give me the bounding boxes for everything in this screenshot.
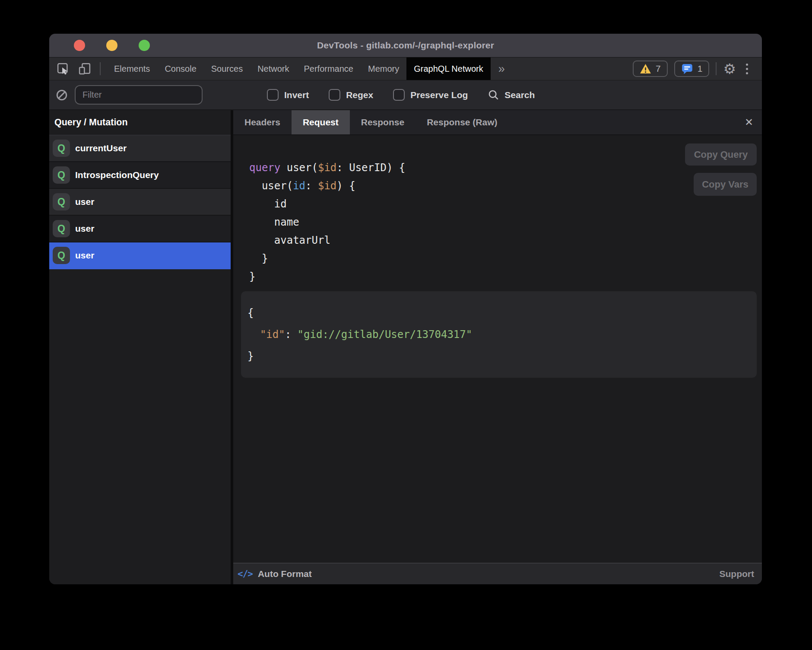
inspect-element-icon[interactable] xyxy=(57,62,70,75)
panel-tab-response[interactable]: Response xyxy=(350,110,416,134)
request-list: QcurrentUserQIntrospectionQueryQuserQuse… xyxy=(49,135,231,269)
graphql-query-code: query user($id: UserID) { user(id: $id) … xyxy=(249,159,405,286)
code-token: name xyxy=(249,216,299,228)
fullscreen-window-button[interactable] xyxy=(139,40,150,51)
more-tabs-button[interactable]: » xyxy=(491,57,513,80)
checkbox-regex[interactable]: Regex xyxy=(329,89,373,101)
query-type-badge: Q xyxy=(53,166,70,184)
code-token: user( xyxy=(287,162,318,174)
request-list-item-user[interactable]: Quser xyxy=(49,189,231,216)
search-label: Search xyxy=(504,90,535,100)
main-tab-performance[interactable]: Performance xyxy=(297,57,361,80)
code-token: id xyxy=(249,198,287,210)
code-token: } xyxy=(249,271,255,283)
code-line: avatarUrl xyxy=(249,231,405,249)
message-icon xyxy=(681,63,693,75)
traffic-lights xyxy=(74,34,150,57)
sidebar-header: Query / Mutation xyxy=(49,110,231,135)
code-token: query xyxy=(249,162,287,174)
request-name: user xyxy=(75,223,94,234)
code-token: user( xyxy=(249,180,293,192)
titlebar: DevTools - gitlab.com/-/graphql-explorer xyxy=(49,34,762,57)
panel-footer: </> Auto Format Support xyxy=(233,563,762,584)
main-tab-sources[interactable]: Sources xyxy=(204,57,250,80)
request-list-item-introspectionquery[interactable]: QIntrospectionQuery xyxy=(49,162,231,189)
settings-gear-icon[interactable]: ⚙ xyxy=(723,62,736,76)
support-link[interactable]: Support xyxy=(720,569,754,579)
issues-button[interactable]: 1 xyxy=(674,61,710,77)
filter-options: InvertRegexPreserve Log xyxy=(267,89,468,101)
search-toggle[interactable]: Search xyxy=(488,89,535,101)
main-tab-memory[interactable]: Memory xyxy=(361,57,406,80)
code-token: avatarUrl xyxy=(249,234,330,246)
request-list-item-currentuser[interactable]: QcurrentUser xyxy=(49,135,231,162)
panel-tab-request[interactable]: Request xyxy=(292,110,350,134)
kebab-menu-icon[interactable] xyxy=(742,61,752,77)
checkbox-box[interactable] xyxy=(329,89,340,101)
code-line: "id": "gid://gitlab/User/13704317" xyxy=(247,324,748,345)
devtools-window: DevTools - gitlab.com/-/graphql-explorer… xyxy=(49,34,762,584)
panel-tab-response-raw[interactable]: Response (Raw) xyxy=(416,110,508,134)
close-window-button[interactable] xyxy=(74,40,85,51)
request-list-item-user-selected[interactable]: Quser xyxy=(49,242,231,269)
search-icon xyxy=(488,89,500,101)
main-tab-network[interactable]: Network xyxy=(250,57,296,80)
auto-format-button[interactable]: Auto Format xyxy=(258,569,312,579)
panel-tab-bar: HeadersRequestResponseResponse (Raw) ✕ xyxy=(233,110,762,135)
close-panel-icon[interactable]: ✕ xyxy=(745,110,753,134)
main-toolbar: ElementsConsoleSourcesNetworkPerformance… xyxy=(49,57,762,80)
request-name: currentUser xyxy=(75,143,127,153)
request-list-sidebar: Query / Mutation QcurrentUserQIntrospect… xyxy=(49,110,231,584)
checkbox-label: Preserve Log xyxy=(410,90,468,100)
code-line: { xyxy=(247,302,748,324)
request-name: user xyxy=(75,250,94,261)
code-token: "id" xyxy=(260,328,285,341)
copy-vars-button[interactable]: Copy Vars xyxy=(694,173,757,196)
code-token: } xyxy=(249,252,268,264)
filter-input[interactable] xyxy=(75,85,203,105)
request-list-item-user[interactable]: Quser xyxy=(49,216,231,242)
main-tab-graphql-network[interactable]: GraphQL Network xyxy=(406,57,490,80)
request-name: user xyxy=(75,197,94,207)
code-line: } xyxy=(247,345,748,367)
code-token: id xyxy=(293,180,305,192)
code-token: } xyxy=(247,350,254,362)
checkbox-invert[interactable]: Invert xyxy=(267,89,309,101)
block-requests-icon[interactable] xyxy=(55,89,68,102)
code-line: } xyxy=(249,249,405,268)
checkbox-box[interactable] xyxy=(393,89,405,101)
code-line: name xyxy=(249,213,405,231)
main-tab-console[interactable]: Console xyxy=(157,57,203,80)
checkbox-label: Regex xyxy=(346,90,373,100)
code-line: id xyxy=(249,195,405,213)
device-toolbar-icon[interactable] xyxy=(78,62,91,75)
warnings-button[interactable]: 7 xyxy=(633,61,668,77)
panel-tab-headers[interactable]: Headers xyxy=(233,110,292,134)
query-variables-box: { "id": "gid://gitlab/User/13704317"} xyxy=(241,291,757,378)
warning-icon xyxy=(640,63,651,75)
checkbox-box[interactable] xyxy=(267,89,279,101)
query-type-badge: Q xyxy=(53,193,70,210)
panel-tab-strip: HeadersRequestResponseResponse (Raw) xyxy=(233,110,509,134)
window-title: DevTools - gitlab.com/-/graphql-explorer xyxy=(49,40,762,51)
code-token: { xyxy=(247,307,254,319)
toolbar-right-controls: 7 1 ⚙ xyxy=(633,57,762,80)
code-line: } xyxy=(249,268,405,286)
code-token: ) { xyxy=(336,180,355,192)
copy-query-button[interactable]: Copy Query xyxy=(685,143,757,166)
request-name: IntrospectionQuery xyxy=(75,170,159,180)
checkbox-preserve-log[interactable]: Preserve Log xyxy=(393,89,468,101)
code-token: $id xyxy=(318,162,336,174)
code-token: : UserID) { xyxy=(336,162,405,174)
code-format-icon: </> xyxy=(238,569,253,579)
checkbox-label: Invert xyxy=(284,90,309,100)
query-type-badge: Q xyxy=(53,247,70,264)
query-type-badge: Q xyxy=(53,140,70,157)
main-tab-elements[interactable]: Elements xyxy=(107,57,157,80)
code-token: : xyxy=(285,328,298,341)
screen-background: { "window": { "title": "DevTools - gitla… xyxy=(0,0,812,650)
minimize-window-button[interactable] xyxy=(106,40,117,51)
code-token: $id xyxy=(318,180,336,192)
main-tab-strip: ElementsConsoleSourcesNetworkPerformance… xyxy=(107,57,491,80)
warning-count: 7 xyxy=(656,64,661,74)
